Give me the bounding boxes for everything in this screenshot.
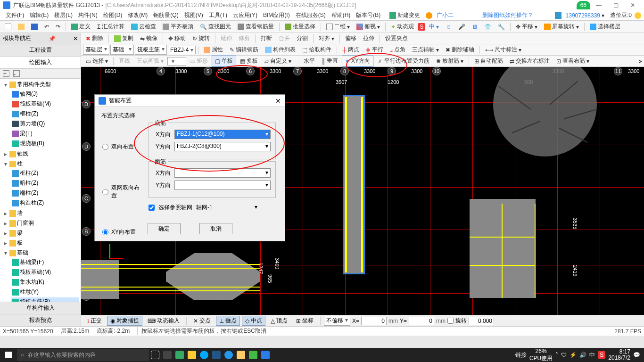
maximize-button[interactable]: ▢ xyxy=(607,2,624,8)
tree-foundation[interactable]: 基础 xyxy=(17,249,28,257)
radio-bidirectional[interactable] xyxy=(102,144,108,150)
coord-toggle[interactable]: ⊞坐标 xyxy=(293,316,317,326)
split-button[interactable]: 分割 xyxy=(294,33,311,43)
viewlayout-button[interactable]: ⊡查看布筋 ▾ xyxy=(553,56,592,66)
tree-framecol[interactable]: 框柱(Z) xyxy=(20,110,38,118)
batchsel-button[interactable]: 批量选择 xyxy=(282,22,318,32)
mirror-button[interactable]: ⇋镜像 xyxy=(137,33,160,43)
taskbar-app-blue[interactable] xyxy=(259,348,272,362)
taskbar-app-1[interactable] xyxy=(161,348,173,362)
item-combo[interactable]: FBZJ-4 xyxy=(168,46,196,54)
panel-close-icon[interactable]: ✕ xyxy=(73,35,78,42)
tab-draw-input[interactable]: 绘图输入 xyxy=(0,57,81,69)
tree-beam[interactable]: 梁(L) xyxy=(20,130,33,138)
autorebar-button[interactable]: ⊞自动配筋 xyxy=(471,56,506,66)
save-icon[interactable] xyxy=(28,23,41,31)
user-button[interactable]: 广小二 xyxy=(423,10,456,20)
floor-combo[interactable]: 基础层 xyxy=(83,45,109,55)
tree-beam2[interactable]: 梁 xyxy=(17,229,23,237)
taskbar-ie-icon[interactable] xyxy=(223,348,235,362)
tab-project-settings[interactable]: 工程设置 xyxy=(0,44,81,57)
findview-button[interactable]: 🔍查找图元 xyxy=(197,22,234,32)
rotate-button[interactable]: ↻旋转 xyxy=(190,33,213,43)
tree-mat-mainbar[interactable]: 筏板主筋(R) xyxy=(20,298,50,302)
panel-pin-icon[interactable]: 📌 xyxy=(49,35,56,42)
blank-combo[interactable] xyxy=(167,57,186,66)
minimize-button[interactable]: — xyxy=(590,2,607,8)
cat-combo[interactable]: 基础 xyxy=(110,45,134,55)
custom-button[interactable]: ▱自定义 ▾ xyxy=(262,56,294,66)
component-tree[interactable]: ▾常用构件类型 轴网(J) 筏板基础(M) 框柱(Z) 剪力墙(Q) 梁(L) … xyxy=(0,79,81,302)
dyninput-toggle[interactable]: ⌨动态输入 xyxy=(144,316,183,326)
edgebar-button[interactable]: ⫽平行边布置受力筋 xyxy=(374,56,432,66)
tray-ime-icon[interactable]: 中 xyxy=(589,351,595,359)
mid-toggle[interactable]: ◇中点 xyxy=(242,316,265,326)
x-input[interactable] xyxy=(361,317,387,325)
multi-button[interactable]: ▦多板 xyxy=(237,56,261,66)
tree-axisline[interactable]: 轴线 xyxy=(17,150,28,158)
redo-icon[interactable]: ↷ xyxy=(53,23,63,31)
tab-report[interactable]: 报表预览 xyxy=(0,314,81,326)
rot-input[interactable] xyxy=(469,317,494,325)
sumcalc-button[interactable]: Σ汇总计算 xyxy=(94,22,127,32)
taskbar-app-3[interactable] xyxy=(186,348,198,362)
setclamp-button[interactable]: 设置夹点 xyxy=(382,33,411,43)
new-change-button[interactable]: 新建变更 xyxy=(387,10,423,20)
tree-shearwall[interactable]: 剪力墙(Q) xyxy=(20,120,45,128)
ydir-bottom-select[interactable]: FBZJ-2(C8@300)▾ xyxy=(174,142,271,151)
tree-column[interactable]: 柱 xyxy=(17,160,23,168)
taskbar-explorer-icon[interactable] xyxy=(235,348,247,362)
ortho-toggle[interactable]: ⟟正交 xyxy=(84,316,105,326)
open-icon[interactable] xyxy=(15,23,27,31)
move-button[interactable]: ✥移动 xyxy=(165,33,189,43)
single-button[interactable]: ▢单板 xyxy=(212,56,236,66)
parallel-button[interactable]: ⋕平行 xyxy=(363,45,386,55)
xydir-button[interactable]: ✶XY方向 xyxy=(342,56,373,66)
break-button[interactable]: 打断 xyxy=(258,33,275,43)
taskbar-app-green[interactable] xyxy=(247,348,259,362)
tree-wall[interactable]: 墙 xyxy=(17,209,23,217)
screenrot-button[interactable]: 屏幕旋转 ▾ xyxy=(541,22,582,32)
twopt-button[interactable]: ┼两点 xyxy=(339,45,362,55)
align-button[interactable]: 对齐 ▾ xyxy=(316,33,337,43)
toolbar-overflow[interactable]: » xyxy=(639,58,642,65)
stretch-button[interactable]: 拉伸 xyxy=(360,33,377,43)
swaplabel-button[interactable]: ⇄交换左右标注 xyxy=(507,56,553,66)
menu-view[interactable]: 视图(V) xyxy=(182,10,206,20)
menu-modify[interactable]: 修改(M) xyxy=(125,10,150,20)
menu-floor[interactable]: 楼层(L) xyxy=(51,10,75,20)
menu-rebar[interactable]: 钢筋量(Q) xyxy=(150,10,181,20)
threearc-button[interactable]: 三点画弧 ▾ xyxy=(134,56,166,66)
menu-file[interactable]: 文件(F) xyxy=(3,10,27,20)
tree-mat[interactable]: 筏板基础(M) xyxy=(20,100,51,108)
tray-notif-icon[interactable]: 💬 xyxy=(633,352,640,358)
2d-button[interactable]: 二维 ▾ xyxy=(323,22,353,32)
ptangle-button[interactable]: ⦟点角 xyxy=(387,45,408,55)
dialog-close-icon[interactable]: ✕ xyxy=(275,97,281,105)
menu-tools[interactable]: 工具(T) xyxy=(206,10,230,20)
tray-vol-icon[interactable]: 🔊 xyxy=(579,352,586,358)
select-button[interactable]: ▭选择 ▾ xyxy=(83,56,111,66)
xdir-top-select[interactable]: ▾ xyxy=(174,168,271,178)
tray-s-icon[interactable]: S xyxy=(598,351,605,359)
complist-button[interactable]: 构件列表 xyxy=(262,45,298,55)
tray-link[interactable]: 链接 xyxy=(515,351,527,359)
tree-slab[interactable]: 板 xyxy=(17,239,23,247)
dynview-button[interactable]: ✦动态观 xyxy=(388,22,417,32)
taskbar-edge-icon[interactable] xyxy=(198,348,210,362)
editrebar-button[interactable]: ✎编辑钢筋 xyxy=(227,45,261,55)
s-icon[interactable]: S xyxy=(418,23,425,31)
tree-castslab[interactable]: 现浇板(B) xyxy=(20,140,44,148)
menu-component[interactable]: 构件(N) xyxy=(75,10,100,20)
viewrebar-button[interactable]: 查看钢筋量 xyxy=(235,22,277,32)
help-link[interactable]: 删除图纸如何操作？ xyxy=(482,11,533,19)
menu-online[interactable]: 在线服务(S) xyxy=(293,10,329,20)
define-button[interactable]: 定义 xyxy=(68,22,93,32)
line-button[interactable]: 直线 xyxy=(116,56,133,66)
flatroof-button[interactable]: 平齐板顶 xyxy=(160,22,196,32)
horiz-button[interactable]: ═水平 xyxy=(295,56,318,66)
menu-cloud[interactable]: 云应用(Y) xyxy=(230,10,260,20)
menu-draw[interactable]: 绘图(D) xyxy=(100,10,125,20)
radio-xy[interactable] xyxy=(102,229,108,235)
delete-button[interactable]: ✖删除 xyxy=(83,33,106,43)
